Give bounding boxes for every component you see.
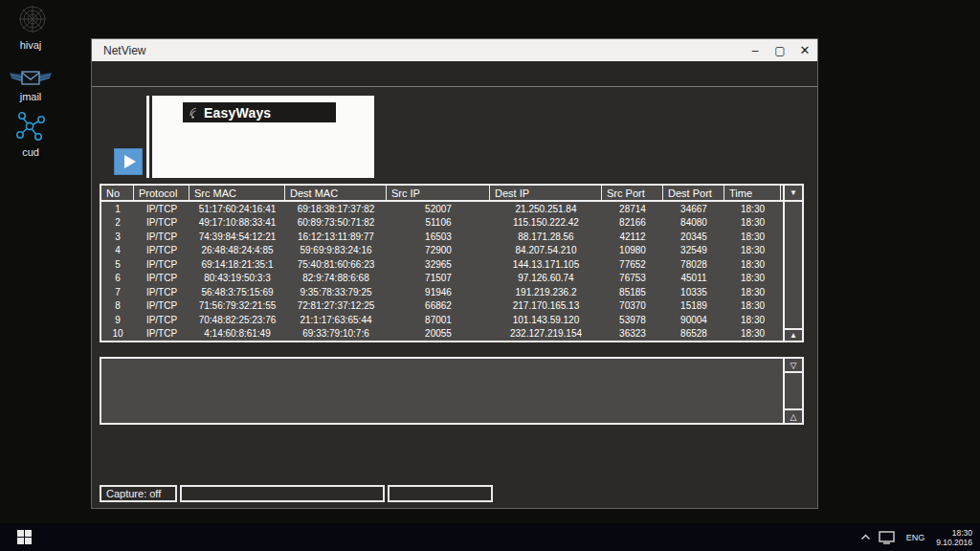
- table-row[interactable]: 4IP/TCP26:48:48:24:4:8559:69:9:83:24:167…: [101, 244, 783, 258]
- desktop-icon-label: jmail: [0, 91, 61, 102]
- table-cell: 26:48:48:24:4:85: [189, 245, 285, 255]
- detail-scrollbar[interactable]: ▽ △: [783, 359, 802, 423]
- table-cell: 70370: [602, 300, 663, 311]
- column-header[interactable]: No: [101, 186, 134, 200]
- window-title: NetView: [103, 44, 145, 57]
- scrollbar-track[interactable]: [785, 373, 802, 408]
- scroll-down-icon[interactable]: ▽: [785, 359, 802, 373]
- desktop-icon-hivaj[interactable]: hivaj: [0, 6, 61, 51]
- table-cell: 9: [101, 315, 134, 325]
- tray-chevron-up-icon[interactable]: [860, 534, 871, 540]
- column-header[interactable]: Dest Port: [663, 186, 724, 200]
- table-cell: IP/TCP: [134, 315, 189, 325]
- column-header[interactable]: Dest IP: [490, 186, 602, 200]
- clock-date: 9.10.2016: [936, 538, 972, 547]
- spiderweb-icon: [10, 27, 52, 38]
- table-cell: 5: [101, 259, 134, 270]
- table-cell: 59:69:9:83:24:16: [285, 245, 387, 255]
- table-row[interactable]: 9IP/TCP70:48:82:25:23:7621:1:17:63:65:44…: [101, 313, 783, 327]
- column-header[interactable]: Src IP: [387, 186, 490, 200]
- table-cell: 3: [101, 231, 134, 242]
- start-capture-button[interactable]: [114, 148, 143, 175]
- wifi-icon: [188, 106, 202, 120]
- table-cell: 69:33:79:10:7:6: [285, 328, 387, 339]
- table-cell: 77652: [602, 259, 663, 270]
- desktop-icon-cud[interactable]: cud: [0, 111, 61, 158]
- table-cell: IP/TCP: [134, 328, 189, 339]
- table-row[interactable]: 2IP/TCP49:17:10:88:33:4160:89:73:50:71:8…: [101, 216, 783, 231]
- table-cell: 10: [101, 328, 134, 339]
- table-cell: 36323: [602, 328, 663, 339]
- table-cell: 88.171.28.56: [490, 231, 602, 242]
- table-cell: 18:30: [724, 287, 781, 298]
- table-cell: IP/TCP: [134, 231, 189, 242]
- table-cell: 97.126.60.74: [490, 273, 602, 283]
- table-row[interactable]: 1IP/TCP51:17:60:24:16:4169:18:38:17:37:8…: [101, 202, 783, 216]
- desktop-icon-jmail[interactable]: jmail: [0, 69, 61, 102]
- table-cell: 18:30: [724, 259, 781, 270]
- capture-status-label: Capture: off: [106, 488, 161, 499]
- column-header[interactable]: Dest MAC: [285, 186, 387, 200]
- netview-window: NetView – ▢ ✕ EasyWays: [91, 38, 818, 509]
- table-cell: 52007: [387, 204, 490, 214]
- table-cell: 18:30: [724, 315, 781, 325]
- language-indicator[interactable]: ENG: [906, 533, 925, 542]
- table-row[interactable]: 10IP/TCP4:14:60:8:61:4969:33:79:10:7:620…: [101, 327, 783, 342]
- status-field: [388, 485, 493, 502]
- table-cell: 18:30: [724, 217, 781, 228]
- table-cell: 71:56:79:32:21:55: [189, 300, 285, 311]
- table-cell: 101.143.59.120: [490, 315, 602, 325]
- table-cell: 18:30: [724, 328, 781, 339]
- packet-table-body: 1IP/TCP51:17:60:24:16:4169:18:38:17:37:8…: [101, 202, 783, 341]
- maximize-button[interactable]: ▢: [768, 39, 792, 61]
- table-cell: 191.219.236.2: [490, 287, 602, 298]
- table-cell: IP/TCP: [134, 217, 189, 228]
- windows-start-icon[interactable]: [17, 530, 32, 544]
- table-scrollbar[interactable]: ▼ ▲: [783, 186, 802, 341]
- table-cell: 53978: [602, 315, 663, 325]
- close-button[interactable]: ✕: [792, 39, 817, 61]
- table-row[interactable]: 5IP/TCP69:14:18:21:35:175:40:81:60:66:23…: [101, 257, 783, 272]
- column-header[interactable]: Time: [724, 186, 781, 200]
- desktop-icon-label: cud: [0, 146, 61, 158]
- table-cell: 4:14:60:8:61:49: [189, 328, 285, 339]
- table-cell: 69:18:38:17:37:82: [285, 204, 387, 214]
- table-cell: 20345: [663, 231, 724, 242]
- title-bar[interactable]: NetView – ▢ ✕: [92, 39, 817, 61]
- tray-monitor-icon[interactable]: [879, 531, 895, 544]
- table-cell: IP/TCP: [134, 259, 189, 270]
- table-cell: 18:30: [724, 245, 781, 255]
- table-cell: 6: [101, 273, 134, 283]
- table-cell: 1: [101, 204, 134, 214]
- minimize-button[interactable]: –: [743, 39, 768, 61]
- table-cell: 90004: [663, 315, 724, 325]
- table-cell: 21.250.251.84: [490, 204, 602, 214]
- column-header[interactable]: Protocol: [134, 186, 189, 200]
- table-row[interactable]: 7IP/TCP56:48:3:75:15:699:35:78:33:79:259…: [101, 285, 783, 299]
- desktop: hivaj jmail: [0, 0, 980, 551]
- table-cell: 42112: [602, 231, 663, 242]
- packet-table: NoProtocolSrc MACDest MACSrc IPDest IPSr…: [100, 184, 804, 342]
- table-cell: 232.127.219.154: [490, 328, 602, 339]
- table-cell: 10335: [663, 287, 724, 298]
- table-cell: 217.170.165.13: [490, 300, 602, 311]
- table-row[interactable]: 6IP/TCP80:43:19:50:3:382:9:74:88:6:68715…: [101, 272, 783, 286]
- column-header[interactable]: Src MAC: [189, 186, 285, 200]
- scroll-down-icon[interactable]: ▼: [785, 186, 802, 202]
- table-cell: 9:35:78:33:79:25: [285, 287, 387, 298]
- table-cell: 74:39:84:54:12:21: [189, 231, 285, 242]
- scrollbar-track[interactable]: [785, 202, 802, 328]
- table-row[interactable]: 3IP/TCP74:39:84:54:12:2116:12:13:11:89:7…: [101, 230, 783, 244]
- taskbar-clock[interactable]: 18:30 9.10.2016: [936, 528, 972, 547]
- table-row[interactable]: 8IP/TCP71:56:79:32:21:5572:81:27:37:12:2…: [101, 299, 783, 314]
- column-header[interactable]: Src Port: [602, 186, 663, 200]
- table-cell: 71507: [387, 273, 490, 283]
- table-cell: IP/TCP: [134, 273, 189, 283]
- scroll-up-icon[interactable]: ▲: [785, 328, 802, 341]
- table-cell: 72:81:27:37:12:25: [285, 300, 387, 311]
- adapter-panel: EasyWays: [152, 96, 374, 178]
- detail-panel: ▽ △: [100, 357, 804, 425]
- scroll-up-icon[interactable]: △: [785, 408, 802, 423]
- table-cell: 56:48:3:75:15:69: [189, 287, 285, 298]
- clock-time: 18:30: [936, 528, 972, 538]
